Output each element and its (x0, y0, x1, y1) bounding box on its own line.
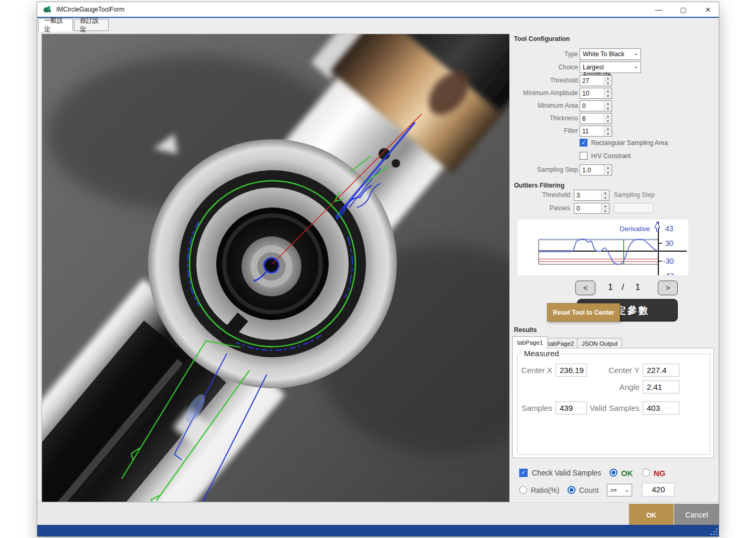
tab-custom-settings[interactable]: 自訂設定 (74, 19, 109, 31)
chevron-down-icon: ⌄ (624, 486, 629, 493)
spin-down-icon[interactable]: ▼ (604, 106, 612, 111)
samples-value[interactable]: 439 (555, 401, 587, 415)
footer-band (37, 502, 719, 526)
spin-down-icon[interactable]: ▼ (604, 94, 612, 98)
measured-groupbox: Measured Center X 236.19 Center Y 227.4 … (517, 354, 710, 455)
results-title: Results (514, 326, 537, 334)
page-number: 1 (608, 282, 613, 293)
minimum-area-spinner[interactable]: 0 ▲▼ (580, 100, 612, 111)
reset-tool-label: Reset Tool to Center (553, 309, 614, 316)
chart-title: Derivative (620, 225, 650, 233)
spin-down-icon[interactable]: ▼ (602, 209, 609, 213)
next-page-button[interactable]: > (658, 281, 678, 295)
close-icon: ✕ (705, 6, 711, 14)
type-label: Type (489, 50, 578, 58)
check-valid-samples-checkbox[interactable]: ✓ (519, 469, 528, 477)
spin-up-icon[interactable]: ▲ (602, 190, 609, 195)
sampling-step-spinner[interactable]: 1.0 ▲▼ (580, 164, 612, 175)
valid-samples-label: Valid Samples (588, 404, 639, 412)
imcirclegauge-window: IMCircleGaugeToolForm — ▢ ✕ 一般設定 自訂設定 (37, 2, 719, 537)
prev-icon: < (583, 284, 587, 292)
thickness-value: 6 (582, 115, 586, 122)
ok-button[interactable]: OK (629, 504, 674, 526)
angle-label: Angle (596, 382, 639, 391)
prev-page-button[interactable]: < (575, 281, 595, 295)
valid-samples-value[interactable]: 403 (643, 401, 679, 415)
window-title: IMCircleGaugeToolForm (56, 6, 124, 13)
filter-spinner[interactable]: 11 ▲▼ (580, 126, 612, 137)
type-dropdown[interactable]: White To Black ⌄ (580, 48, 641, 60)
axis-arrow-icon (655, 222, 660, 231)
choice-dropdown[interactable]: Largest Amplitude ⌄ (580, 61, 641, 73)
camera-image-viewport[interactable] (41, 34, 510, 502)
page-total: 1 (635, 282, 640, 293)
results-tab-json-output[interactable]: JSON Output (577, 338, 622, 349)
spin-up-icon[interactable]: ▲ (604, 113, 612, 119)
cancel-button[interactable]: Cancel (674, 504, 719, 526)
ok-label: OK (621, 469, 633, 478)
outliers-threshold-label: Threshold (481, 191, 570, 199)
threshold-value: 27 (582, 77, 589, 85)
threshold-spinner[interactable]: 27 ▲▼ (580, 75, 612, 86)
cancel-button-label: Cancel (685, 511, 708, 519)
outliers-threshold-value: 3 (576, 192, 580, 199)
outliers-sampling-step-field[interactable] (614, 203, 654, 213)
spin-up-icon[interactable]: ▲ (604, 88, 612, 94)
title-bar[interactable]: IMCircleGaugeToolForm — ▢ ✕ (37, 2, 719, 18)
spin-up-icon[interactable]: ▲ (604, 76, 612, 81)
angle-value[interactable]: 2.41 (643, 380, 679, 394)
count-label: Count (579, 486, 598, 494)
tab-general-label: 一般設定 (44, 16, 67, 34)
ok-radio[interactable] (610, 469, 617, 477)
spin-up-icon[interactable]: ▲ (604, 101, 612, 106)
center-y-value[interactable]: 227.4 (643, 364, 679, 377)
results-tab-tabpage2[interactable]: tabPage2 (543, 338, 579, 349)
spin-down-icon[interactable]: ▼ (604, 131, 612, 136)
spin-down-icon[interactable]: ▼ (604, 170, 612, 175)
reset-tool-to-center-button[interactable]: Reset Tool to Center (547, 303, 620, 322)
minimum-amplitude-spinner[interactable]: 10 ▲▼ (580, 88, 612, 99)
tab-general-settings[interactable]: 一般設定 (38, 18, 73, 32)
rectangular-sampling-area-checkbox[interactable]: ✓ (580, 139, 587, 147)
app-icon (43, 5, 51, 14)
minimum-area-value: 0 (582, 102, 586, 110)
outliers-sampling-step-label: Sampling Step (614, 191, 655, 199)
sampling-step-value: 1.0 (582, 167, 591, 174)
ng-radio[interactable] (642, 469, 650, 477)
check-icon: ✓ (581, 139, 586, 146)
thickness-spinner[interactable]: 6 ▲▼ (580, 113, 612, 124)
hv-constrant-checkbox[interactable] (580, 152, 587, 160)
spin-up-icon[interactable]: ▲ (602, 203, 609, 209)
chevron-down-icon: ⌄ (633, 49, 638, 57)
tabpage1-label: tabPage1 (517, 339, 543, 346)
maximize-icon: ▢ (680, 6, 686, 14)
spin-up-icon[interactable]: ▲ (604, 126, 612, 131)
count-threshold-input[interactable]: 420 (642, 483, 675, 496)
samples-label: Samples (520, 404, 552, 412)
center-x-label: Center X (520, 366, 552, 375)
passes-label: Passes (481, 204, 570, 212)
spin-down-icon[interactable]: ▼ (602, 195, 609, 200)
outliers-threshold-spinner[interactable]: 3 ▲▼ (574, 190, 610, 201)
spin-up-icon[interactable]: ▲ (604, 165, 612, 170)
operator-dropdown[interactable]: >= ⌄ (607, 484, 632, 496)
center-x-value[interactable]: 236.19 (555, 364, 587, 377)
resize-grip[interactable] (710, 527, 717, 535)
derivative-chart-svg: Derivative 43 30 -30 -43 (518, 220, 688, 275)
ratio-radio[interactable] (519, 486, 527, 494)
spin-down-icon[interactable]: ▼ (604, 119, 612, 123)
count-radio[interactable] (568, 486, 575, 494)
chart-frame (539, 222, 687, 275)
tabpage2-label: tabPage2 (548, 340, 574, 347)
maximize-button[interactable]: ▢ (671, 2, 696, 17)
minimize-button[interactable]: — (646, 2, 671, 17)
spin-down-icon[interactable]: ▼ (604, 81, 612, 86)
center-y-label: Center Y (596, 366, 639, 375)
ok-button-label: OK (646, 511, 657, 519)
outliers-filtering-title: Outliers Filtering (514, 182, 564, 189)
passes-spinner[interactable]: 0 ▲▼ (574, 203, 610, 214)
close-button[interactable]: ✕ (696, 2, 720, 17)
measured-title: Measured (522, 349, 561, 358)
results-tab-tabpage1[interactable]: tabPage1 (512, 336, 548, 349)
part-photo-illustration (42, 34, 509, 502)
